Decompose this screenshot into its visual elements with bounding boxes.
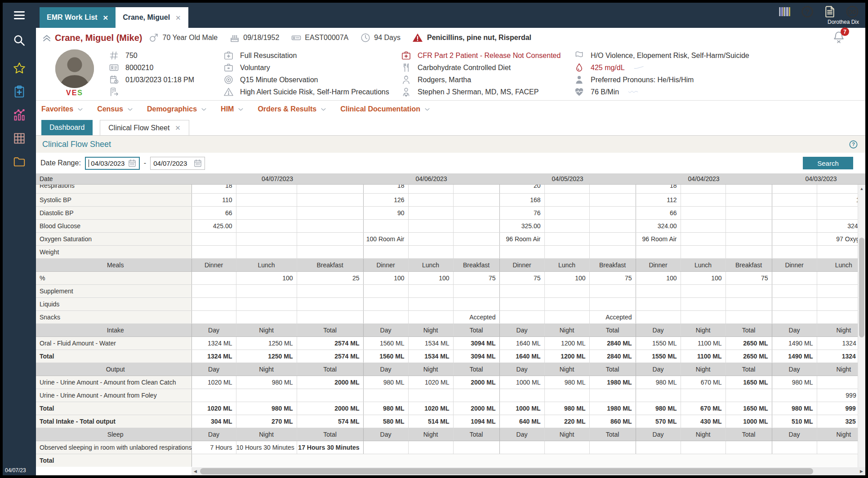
sheet-help-icon[interactable]: ? xyxy=(849,140,858,149)
calendar-icon[interactable] xyxy=(193,159,202,168)
nav-item-him[interactable]: HIM xyxy=(221,105,244,113)
barcode-icon[interactable] xyxy=(778,5,792,18)
flowsheet-cell xyxy=(363,454,408,467)
user-avatar[interactable]: DD xyxy=(846,5,859,18)
flowsheet-cell: 75 xyxy=(589,271,636,284)
flowsheet-row: Respirations1818201818 xyxy=(36,184,865,193)
flowsheet-cell: Night xyxy=(544,323,589,336)
flowsheet-cell: 2574 ML xyxy=(297,350,363,363)
flowsheet-cell: 1200 ML xyxy=(544,336,589,350)
flowsheet-cell xyxy=(544,184,589,193)
flowsheet-cell xyxy=(772,297,817,310)
nav-item-orders-results[interactable]: Orders & Results xyxy=(258,105,327,113)
flowsheet-cell xyxy=(681,389,726,402)
flowsheet-cell: Total xyxy=(589,428,636,441)
tab-close-icon[interactable]: ✕ xyxy=(103,14,109,21)
info-item: High Alert Suicide Risk, Self-Harm Preca… xyxy=(223,86,401,98)
flowsheet-cell xyxy=(544,245,589,258)
flowsheet-cell xyxy=(589,184,636,193)
flowsheet-area: Date04/07/202304/06/202304/05/202304/04/… xyxy=(36,173,865,475)
flowsheet-cell xyxy=(408,184,453,193)
flowsheet-cell: 1550 ML xyxy=(636,350,681,363)
flowsheet-cell xyxy=(236,454,297,467)
row-label: Total xyxy=(36,350,191,363)
info-item-text: 76 B/Min xyxy=(591,88,619,96)
date-to-input[interactable]: 04/07/2023 xyxy=(150,157,205,170)
date-range-separator: - xyxy=(144,159,146,167)
window-tab-2[interactable]: Crane, Miguel✕ xyxy=(116,7,188,28)
sidebar-search-button[interactable] xyxy=(9,31,29,50)
help-icon[interactable]: ? xyxy=(801,5,814,18)
flowsheet-cell xyxy=(236,219,297,232)
flowsheet-cell xyxy=(297,389,363,402)
horizontal-scroll-thumb[interactable] xyxy=(200,468,813,474)
flowsheet-cell: Breakfast xyxy=(453,258,499,271)
scroll-right-arrow[interactable]: ▶ xyxy=(858,467,865,475)
sidebar-worklist-button[interactable] xyxy=(9,128,29,148)
tab-label: Crane, Miguel xyxy=(123,13,170,22)
flowsheet-cell: Day xyxy=(772,323,817,336)
tab-close-icon[interactable]: ✕ xyxy=(175,124,181,132)
info-column-2: Full ResuscitationVoluntaryQ15 Minute Ob… xyxy=(223,49,401,98)
notifications-bell[interactable]: 7 xyxy=(832,30,846,45)
sidebar-results-button[interactable] xyxy=(9,105,29,125)
patient-age-sex: 70 Year Old Male xyxy=(148,32,218,43)
nav-item-clinical-documentation[interactable]: Clinical Documentation xyxy=(340,105,431,113)
section-header-row: OutputDayNightTotalDayNightTotalDayNight… xyxy=(36,363,865,376)
ves-flag-e: E xyxy=(72,89,78,97)
vertical-scrollbar[interactable]: ▲ xyxy=(858,185,865,467)
flowsheet-cell xyxy=(681,206,726,219)
scroll-left-arrow[interactable]: ◀ xyxy=(191,467,199,475)
nav-item-favorites[interactable]: Favorites xyxy=(41,105,84,113)
text-caret xyxy=(89,159,89,167)
flowsheet-cell xyxy=(191,310,236,323)
info-item: H/O Violence, Elopement Risk, Self-Harm/… xyxy=(574,49,865,62)
calendar-icon[interactable] xyxy=(128,159,137,168)
info-item-text: Rodgers, Martha xyxy=(418,76,471,84)
tab-clinical-flow-sheet[interactable]: Clinical Flow Sheet✕ xyxy=(100,120,189,135)
flowsheet-cell: 1020 ML xyxy=(408,402,453,415)
scroll-up-arrow[interactable]: ▲ xyxy=(858,185,865,192)
briefcase-icon xyxy=(223,62,234,73)
sidebar-orders-button[interactable] xyxy=(9,82,29,102)
document-icon[interactable] xyxy=(823,5,837,18)
sidebar-charts-button[interactable] xyxy=(9,152,29,172)
flowsheet-row: Supplement xyxy=(36,284,865,297)
window-tab-1[interactable]: EMR Work List✕ xyxy=(40,7,116,28)
sidebar-menu-button[interactable] xyxy=(9,5,29,25)
collapse-chevrons-icon[interactable] xyxy=(41,32,52,43)
flowsheet-cell xyxy=(544,219,589,232)
info-item-text: 425 mg/dL xyxy=(591,64,625,72)
flowsheet-cell xyxy=(408,310,453,323)
flowsheet-cell: 1490 ML xyxy=(772,336,817,350)
male-icon xyxy=(148,32,159,43)
flowsheet-cell xyxy=(544,441,589,454)
flowsheet-cell xyxy=(408,206,453,219)
row-label: Snacks xyxy=(36,310,191,323)
tab-close-icon[interactable]: ✕ xyxy=(175,14,181,21)
flowsheet-cell: 2840 ML xyxy=(589,336,636,350)
search-button[interactable]: Search xyxy=(803,157,853,169)
flowsheet-cell: Total xyxy=(726,428,772,441)
flowsheet-cell: 640 ML xyxy=(499,415,544,428)
search-icon xyxy=(13,34,26,47)
row-label: Systolic BP xyxy=(36,193,191,206)
vertical-scroll-thumb[interactable] xyxy=(859,238,864,337)
tab-dashboard[interactable]: Dashboard xyxy=(41,120,93,135)
row-label: Oxygen Saturation xyxy=(36,232,191,245)
nav-item-label: Favorites xyxy=(41,105,73,113)
top-bar: EMR Work List✕Crane, Miguel✕ ? DD Doroth… xyxy=(36,3,865,28)
flowsheet-cell: 1490 ML xyxy=(772,350,817,363)
flowsheet-cell xyxy=(236,310,297,323)
nav-item-demographics[interactable]: Demographics xyxy=(147,105,207,113)
sidebar-favorites-button[interactable] xyxy=(9,58,29,78)
nav-item-census[interactable]: Census xyxy=(97,105,134,113)
flowsheet-cell xyxy=(191,232,236,245)
flowsheet-cell: Dinner xyxy=(191,258,236,271)
date-from-input[interactable]: 04/03/2023 xyxy=(85,157,140,170)
flowsheet-cell xyxy=(544,193,589,206)
birthday-cake-icon xyxy=(229,32,240,43)
flowsheet-cell xyxy=(681,193,726,206)
flowsheet-cell xyxy=(726,184,772,193)
flowsheet-cell xyxy=(589,297,636,310)
